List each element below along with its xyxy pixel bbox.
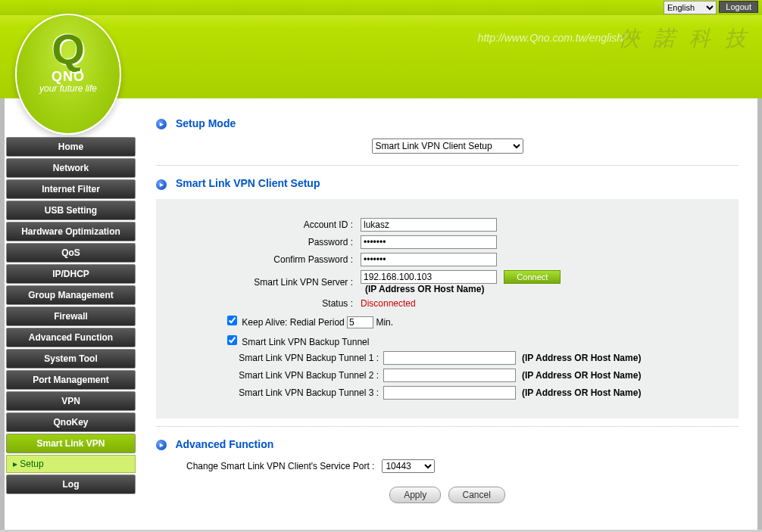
nav-home[interactable]: Home [6, 137, 136, 157]
logo-tagline: your future life [17, 83, 120, 94]
setup-mode-select[interactable]: Smart Link VPN Client Setup [372, 138, 523, 154]
divider [156, 165, 739, 166]
sidebar: Home Network Internet Filter USB Setting… [5, 98, 137, 530]
nav-qos[interactable]: QoS [6, 243, 136, 263]
logo-name: QNO [17, 69, 120, 85]
nav-hardware-optimization[interactable]: Hardware Optimization [6, 222, 136, 241]
backup2-label: Smart Link VPN Backup Tunnel 2 : [179, 370, 383, 381]
top-bar: English Logout [0, 0, 762, 15]
nav-firewall[interactable]: Firewall [6, 306, 136, 326]
server-input[interactable] [361, 270, 497, 284]
status-value: Disconnected [361, 298, 416, 309]
backup3-hint: (IP Address OR Host Name) [522, 387, 641, 398]
logout-button[interactable]: Logout [719, 1, 758, 13]
nav-system-tool[interactable]: System Tool [6, 349, 136, 369]
nav-vpn[interactable]: VPN [6, 391, 136, 411]
account-id-input[interactable] [361, 218, 497, 232]
keepalive-label-pre: Keep Alive: Redial Period [242, 317, 344, 328]
keepalive-period-input[interactable] [347, 316, 373, 328]
header: Q QNO your future life http://www.Qno.co… [0, 15, 762, 98]
logo-badge: Q QNO your future life [15, 14, 121, 135]
confirm-password-input[interactable] [361, 253, 497, 266]
nav-ip-dhcp[interactable]: IP/DHCP [6, 264, 136, 284]
nav-advanced-function[interactable]: Advanced Function [6, 328, 136, 347]
status-label: Status : [179, 298, 361, 309]
bullet-icon [156, 179, 167, 190]
divider [156, 426, 739, 427]
backup1-label: Smart Link VPN Backup Tunnel 1 : [179, 353, 383, 363]
server-label: Smart Link VPN Server : [179, 277, 361, 288]
server-hint: (IP Address OR Host Name) [365, 284, 561, 294]
section-client-setup: Smart Link VPN Client Setup [156, 177, 739, 189]
nav-usb-setting[interactable]: USB Setting [6, 201, 136, 220]
main-content: Setup Mode Smart Link VPN Client Setup S… [137, 98, 757, 530]
section-advanced: Advanced Function [156, 438, 739, 450]
password-input[interactable] [361, 235, 497, 249]
nav-network[interactable]: Network [6, 158, 136, 178]
apply-button[interactable]: Apply [389, 487, 441, 503]
service-port-label: Change Smart Link VPN Client's Service P… [186, 461, 374, 471]
backup2-hint: (IP Address OR Host Name) [522, 370, 641, 381]
nav-internet-filter[interactable]: Internet Filter [6, 179, 136, 199]
header-url: http://www.Qno.com.tw/english/ [478, 32, 626, 44]
confirm-password-label: Confirm Password : [179, 254, 361, 265]
nav-port-management[interactable]: Port Management [6, 370, 136, 390]
account-id-label: Account ID : [179, 219, 361, 230]
keepalive-checkbox[interactable] [227, 316, 237, 325]
logo-q-icon: Q [17, 24, 120, 73]
bullet-icon [156, 119, 167, 129]
cancel-button[interactable]: Cancel [448, 487, 505, 503]
bullet-icon [156, 440, 167, 450]
nav-sub-setup[interactable]: Setup [6, 455, 136, 473]
connect-button[interactable]: Connect [504, 270, 561, 284]
section-setup-mode: Setup Mode [156, 117, 739, 129]
nav-log[interactable]: Log [6, 474, 136, 494]
backup1-hint: (IP Address OR Host Name) [522, 353, 641, 363]
backup-tunnel-label: Smart Link VPN Backup Tunnel [242, 337, 369, 347]
backup-tunnel-checkbox[interactable] [227, 335, 237, 345]
nav-group-management[interactable]: Group Management [6, 285, 136, 305]
service-port-select[interactable]: 10443 [382, 459, 435, 473]
nav-smart-link-vpn[interactable]: Smart Link VPN [6, 434, 136, 453]
backup3-label: Smart Link VPN Backup Tunnel 3 : [179, 387, 383, 398]
language-select[interactable]: English [664, 1, 717, 14]
client-setup-panel: Account ID : Password : Confirm Password… [156, 199, 739, 418]
backup3-input[interactable] [383, 386, 516, 400]
backup1-input[interactable] [383, 351, 516, 365]
header-brand-cjk: 俠 諾 科 技 [618, 24, 751, 53]
keepalive-label-post: Min. [376, 317, 393, 328]
nav-qnokey[interactable]: QnoKey [6, 412, 136, 432]
password-label: Password : [179, 237, 361, 247]
backup2-input[interactable] [383, 369, 516, 382]
